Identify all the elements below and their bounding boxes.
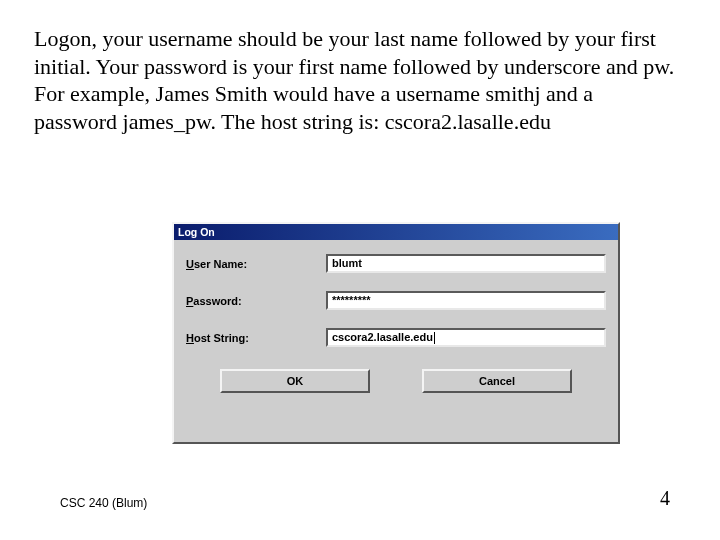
instructions-text: Logon, your username should be your last… — [34, 25, 680, 135]
password-input[interactable]: ********* — [326, 291, 606, 310]
dialog-button-row: OK Cancel — [186, 365, 606, 393]
footer-course: CSC 240 (Blum) — [60, 496, 147, 510]
username-input[interactable]: blumt — [326, 254, 606, 273]
password-label: Password: — [186, 295, 326, 307]
page-number: 4 — [660, 487, 670, 510]
username-row: User Name: blumt — [186, 254, 606, 273]
password-row: Password: ********* — [186, 291, 606, 310]
host-input[interactable]: cscora2.lasalle.edu — [326, 328, 606, 347]
text-cursor-icon — [434, 332, 435, 344]
host-row: Host String: cscora2.lasalle.edu — [186, 328, 606, 347]
dialog-form: User Name: blumt Password: ********* Hos… — [174, 240, 618, 401]
host-label: Host String: — [186, 332, 326, 344]
cancel-button[interactable]: Cancel — [422, 369, 572, 393]
username-label: User Name: — [186, 258, 326, 270]
dialog-titlebar: Log On — [174, 224, 618, 240]
ok-button[interactable]: OK — [220, 369, 370, 393]
logon-dialog: Log On User Name: blumt Password: ******… — [172, 222, 620, 444]
